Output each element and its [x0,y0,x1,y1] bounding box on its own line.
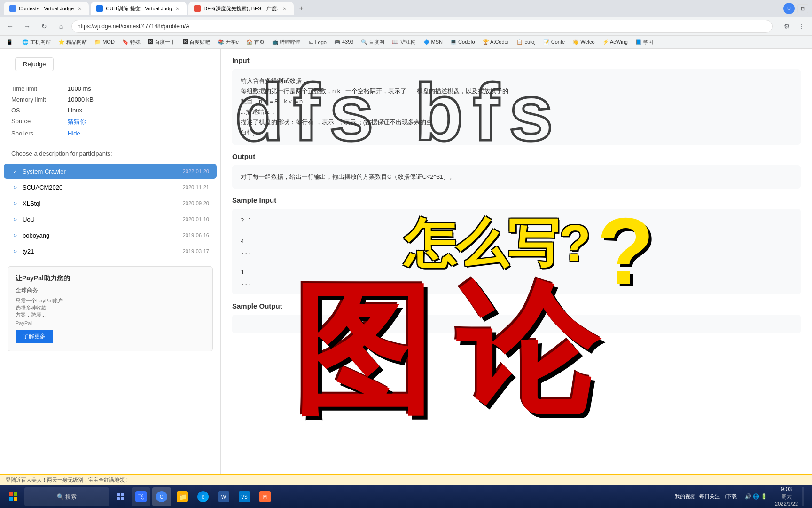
new-tab-button[interactable]: + [296,3,307,14]
svg-rect-6 [117,497,120,500]
back-button[interactable]: ← [4,20,17,33]
menu-btn[interactable]: ⋮ [795,20,808,33]
source-item-xlstql[interactable]: ↻ XLStql 2020-09-20 [4,196,217,211]
tab-close-btn[interactable]: ✕ [77,5,83,12]
rejudge-button[interactable]: Rejudge [15,57,54,71]
bookmark-shengxue[interactable]: 📚 升学e [215,38,242,47]
clock-date: 2022/1/22 [775,500,798,508]
address-bar[interactable]: https://vjudge.net/contest/477148#proble… [71,20,773,33]
source-icon: ✓ [11,167,19,175]
bookmark-conte[interactable]: 📝 Conte [540,38,568,46]
tu-overlay: 图 [291,279,432,421]
tab-close-btn[interactable]: ✕ [281,5,288,12]
source-item-scuacm2020[interactable]: ↻ SCUACM2020 2020-11-21 [4,180,217,195]
bookmark-welco[interactable]: 👋 Welco [570,38,597,46]
taskbar-notif-text: 我的视频 [675,493,695,500]
taskbar-mindmap[interactable]: M [256,487,274,506]
svg-rect-3 [14,497,17,501]
search-bar-taskbar[interactable]: 🔍 搜索 [24,487,109,506]
bookmark-mod[interactable]: 📁 MOD [92,38,117,46]
source-date: 2019-03-17 [183,248,209,254]
os-label: OS [11,107,68,114]
sources-list: ✓ System Crawler 2022-01-20 ↻ SCUACM2020… [0,164,220,259]
taskbar-feishu[interactable]: 飞 [132,487,150,506]
spoilers-label: Spoilers [11,130,68,137]
source-date: 2020-11-21 [183,184,209,190]
source-date: 2020-09-20 [183,200,209,206]
taskbar-daily: 每日关注 [699,493,720,500]
bookmark-bilibili[interactable]: 📺 哔哩哔哩 [269,38,304,47]
bookmark-baidutieba[interactable]: 🅱 百度贴吧 [180,38,213,47]
bookmark-msn[interactable]: 🔷 MSN [421,38,446,46]
tab-favicon [96,5,103,12]
source-row: Source 猜猜你 [11,118,209,126]
browser-profile[interactable]: U [783,3,795,14]
bookmark-phone[interactable]: 📱 [4,38,17,46]
start-button[interactable] [4,487,23,506]
home-button[interactable]: ⌂ [55,20,68,33]
sample-input-title: Sample Input [232,196,801,204]
taskbar-browser[interactable]: G [152,487,171,506]
browser-window-controls: ⊡ [797,4,808,13]
bookmark-special[interactable]: 🔖 特殊 [119,38,143,47]
os-row: OS Linux [11,107,209,114]
bookmark-baidu-net[interactable]: 🔍 百度网 [358,38,387,47]
taskbar-word[interactable]: W [214,487,233,506]
extensions-btn[interactable]: ⚙ [780,20,793,33]
task-view-btn[interactable] [111,487,130,506]
show-desktop-btn[interactable] [802,487,804,506]
ad-button[interactable]: 了解更多 [16,330,53,343]
bookmark-logo[interactable]: 🏷 Logo [305,39,329,46]
tray-icons: 🔊 🌐 🔋 [745,493,767,500]
source-value[interactable]: 猜猜你 [68,118,86,126]
tab-cuit[interactable]: CUIT训练-提交 - Virtual Judge ✕ [91,2,187,15]
ad-source: PayPal [16,320,205,326]
page-area: Rejudge Time limit 1000 ms Memory limit … [0,49,812,474]
notification-bar: 登陆近百大美人！两天一身无级别，宝宝全红满地领！ [0,474,812,485]
sample-output-title: Sample Output [232,302,801,310]
tab-favicon [194,5,201,12]
source-item-uou[interactable]: ↻ UoU 2020-01-10 [4,212,217,227]
bookmark-acwing[interactable]: ⚡ AcWing [600,38,631,46]
bookmark-atcoder[interactable]: 🏆 AtCoder [480,38,512,46]
bookmark-baidu1[interactable]: 🅱 百度一丨 [145,38,178,47]
tab-dfs-bfs[interactable]: DFS(深度优先搜索), BFS（广度... ✕ [188,2,294,15]
refresh-button[interactable]: ↻ [38,20,51,33]
bookmark-host[interactable]: 🌐 主机网站 [19,38,54,47]
source-item-ty21[interactable]: ↻ ty21 2019-03-17 [4,244,217,259]
time-limit-label: Time limit [11,85,68,92]
svg-rect-2 [9,497,13,501]
taskbar-clock[interactable]: 9:03 周六 2022/1/22 [775,485,798,508]
bookmark-study[interactable]: 📘 学习 [632,38,656,47]
bookmark-4399[interactable]: 🎮 4399 [331,38,357,46]
source-name: SCUACM2020 [23,184,62,191]
sample-input-content: 2 1 4 ... 1 ... [232,209,801,295]
lun-overlay: 论 [456,279,597,421]
taskbar-right: 我的视频 每日关注 ↓下载 🔊 🌐 🔋 9:03 周六 2022/1/22 [675,485,808,508]
taskbar-edge[interactable]: e [194,487,212,506]
bookmark-cutoj[interactable]: 📋 cutoj [514,38,538,46]
word-icon: W [218,491,229,502]
source-item-boboyang[interactable]: ↻ boboyang 2019-06-16 [4,228,217,243]
source-icon: ↻ [11,199,19,207]
bookmark-jingpin[interactable]: ⭐ 精品网站 [55,38,90,47]
address-text: https://vjudge.net/contest/477148#proble… [78,23,189,30]
task-view-icon [116,492,125,501]
memory-limit-row: Memory limit 10000 kB [11,96,209,103]
browser-tabs-bar: Contests - Virtual Judge ✕ CUIT训练-提交 - V… [0,0,812,17]
taskbar-explorer[interactable]: 📁 [173,487,192,506]
spoilers-value[interactable]: Hide [68,130,80,137]
bookmark-hujianng[interactable]: 📖 沪江网 [389,38,418,47]
taskbar-vscode[interactable]: VS [235,487,254,506]
source-icon: ↻ [11,183,19,191]
bookmark-home[interactable]: 🏠 首页 [243,38,267,47]
explorer-icon: 📁 [177,491,188,502]
tab-close-btn[interactable]: ✕ [174,5,181,12]
source-item-system-crawler[interactable]: ✓ System Crawler 2022-01-20 [4,164,217,179]
input-title: Input [232,56,801,64]
bookmark-codeforces[interactable]: 💻 Codefo [447,38,478,46]
bookmarks-bar: 📱 🌐 主机网站 ⭐ 精品网站 📁 MOD 🔖 特殊 🅱 百度一丨 🅱 百度贴吧… [0,36,812,49]
forward-button[interactable]: → [21,20,34,33]
os-value: Linux [68,107,82,114]
tab-contests[interactable]: Contests - Virtual Judge ✕ [4,2,89,15]
